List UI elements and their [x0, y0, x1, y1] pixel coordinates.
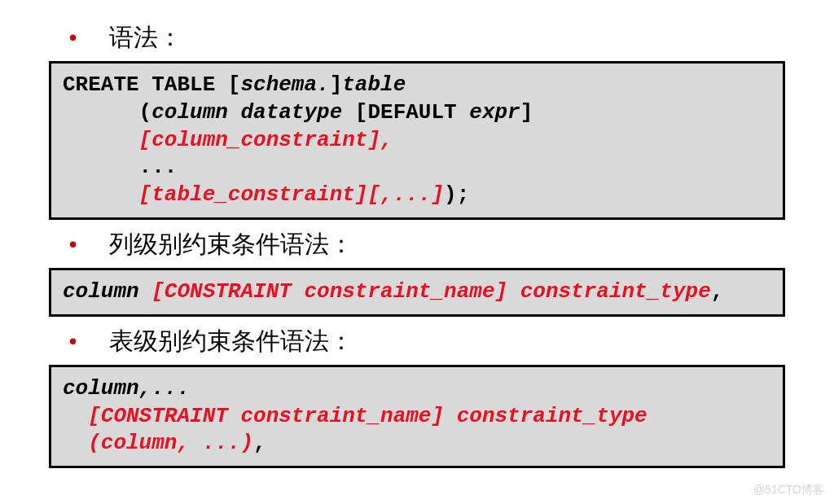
- syntax-code-box: CREATE TABLE [schema.]table (column data…: [49, 61, 785, 220]
- column-level-heading: • 列级别约束条件语法：: [24, 228, 810, 261]
- code-text-red: [table_constraint][,...]: [63, 182, 444, 207]
- watermark: @51CTO博客: [753, 483, 824, 497]
- syntax-label: 语法：: [109, 21, 182, 55]
- code-text: CREATE TABLE [: [63, 72, 240, 97]
- code-text-red: (column, ...): [63, 431, 253, 455]
- code-text: table: [342, 72, 406, 97]
- code-text: ...: [63, 155, 177, 179]
- code-text: ,: [253, 431, 266, 455]
- bullet-icon: •: [69, 25, 77, 50]
- code-text: );: [444, 182, 469, 207]
- code-text: column: [63, 279, 151, 304]
- syntax-heading: • 语法：: [24, 21, 810, 55]
- column-level-code-box: column [CONSTRAINT constraint_name] cons…: [49, 268, 785, 317]
- code-text: expr: [469, 100, 520, 125]
- code-text: schema.: [240, 72, 329, 97]
- table-level-code-box: column,... [CONSTRAINT constraint_name] …: [49, 365, 785, 468]
- code-text-red: [CONSTRAINT constraint_name] constraint_…: [63, 404, 647, 428]
- bullet-icon: •: [69, 329, 77, 354]
- table-level-heading: • 表级别约束条件语法：: [24, 325, 810, 358]
- code-text: column,...: [63, 376, 190, 401]
- code-text: column datatype: [151, 100, 355, 125]
- table-level-label: 表级别约束条件语法：: [109, 325, 353, 358]
- code-text-red: [CONSTRAINT constraint_name] constraint_…: [151, 279, 711, 304]
- code-text-red: [column_constraint],: [63, 128, 393, 152]
- code-text: (: [63, 100, 151, 125]
- code-text: ]: [520, 100, 533, 125]
- column-level-label: 列级别约束条件语法：: [109, 228, 353, 261]
- code-text: ,: [711, 279, 724, 304]
- bullet-icon: •: [69, 232, 77, 257]
- code-text: ]: [330, 72, 343, 97]
- code-text: [DEFAULT: [355, 100, 469, 125]
